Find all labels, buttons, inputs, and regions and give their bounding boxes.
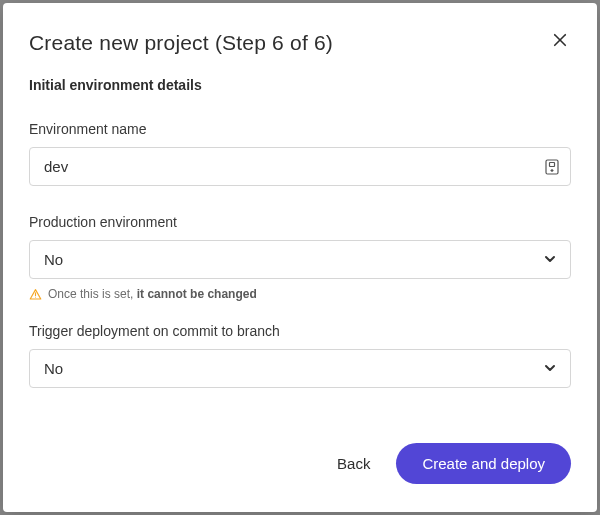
create-deploy-button[interactable]: Create and deploy (396, 443, 571, 484)
create-project-modal: Create new project (Step 6 of 6) Initial… (3, 3, 597, 512)
save-contact-icon[interactable] (545, 159, 559, 175)
trigger-select[interactable]: No (29, 349, 571, 388)
production-label: Production environment (29, 214, 571, 230)
env-name-label: Environment name (29, 121, 571, 137)
svg-rect-3 (550, 162, 555, 166)
modal-header: Create new project (Step 6 of 6) (29, 31, 571, 55)
production-select-value: No (44, 251, 63, 268)
form-group-trigger: Trigger deployment on commit to branch N… (29, 323, 571, 388)
chevron-down-icon (544, 251, 556, 268)
close-icon (551, 31, 569, 52)
production-select-wrapper: No (29, 240, 571, 279)
form-group-production: Production environment No Once this is (29, 214, 571, 301)
trigger-label: Trigger deployment on commit to branch (29, 323, 571, 339)
back-button[interactable]: Back (333, 445, 374, 482)
warning-text-emph: it cannot be changed (137, 287, 257, 301)
warning-text-prefix: Once this is set, (48, 287, 133, 301)
modal-title: Create new project (Step 6 of 6) (29, 31, 333, 55)
form-group-env-name: Environment name (29, 121, 571, 186)
production-select[interactable]: No (29, 240, 571, 279)
trigger-select-wrapper: No (29, 349, 571, 388)
trigger-select-value: No (44, 360, 63, 377)
env-name-input-wrapper (29, 147, 571, 186)
production-warning: Once this is set, it cannot be changed (29, 287, 571, 301)
svg-point-7 (35, 296, 36, 297)
section-title: Initial environment details (29, 77, 571, 93)
chevron-down-icon (544, 360, 556, 377)
modal-footer: Back Create and deploy (29, 423, 571, 484)
warning-icon (29, 288, 42, 301)
close-button[interactable] (549, 29, 571, 54)
env-name-input[interactable] (29, 147, 571, 186)
